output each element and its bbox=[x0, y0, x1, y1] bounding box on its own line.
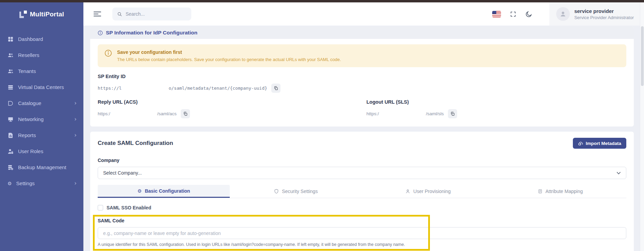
copy-button[interactable] bbox=[448, 109, 457, 118]
saml-sso-enabled-checkbox[interactable] bbox=[98, 205, 103, 210]
people-icon bbox=[7, 68, 14, 74]
server-icon bbox=[7, 84, 14, 90]
warning-title: Save your configuration first bbox=[117, 49, 341, 55]
sidebar-item-label: Reports bbox=[18, 132, 36, 138]
chevron-right-icon: › bbox=[74, 132, 77, 138]
scrollbar-thumb[interactable] bbox=[641, 26, 644, 86]
sidebar-item-label: Dashboard bbox=[18, 36, 43, 42]
sidebar-item-label: Networking bbox=[18, 116, 44, 122]
tab-attribute-mapping[interactable]: Attribute Mapping bbox=[494, 185, 626, 198]
sidebar-item-label: Settings bbox=[16, 180, 35, 186]
url-prefix: https:/ bbox=[367, 111, 379, 116]
avatar bbox=[556, 7, 570, 21]
sp-info-body: Save your configuration first The URLs b… bbox=[90, 39, 634, 127]
logout-url-value: https:/ /saml/sls bbox=[367, 109, 627, 118]
sidebar-item-user-roles[interactable]: User Roles bbox=[7, 143, 77, 159]
chevron-right-icon: › bbox=[74, 180, 77, 186]
copy-icon bbox=[183, 112, 188, 116]
warning-body: The URLs below contain placeholders. Sav… bbox=[117, 57, 341, 62]
sp-entity-id-value: https://l o/saml/metadata/tenant/{compan… bbox=[98, 84, 626, 93]
sidebar: MultiPortal Dashboard Resellers Tenants … bbox=[0, 2, 83, 251]
gear-icon bbox=[138, 188, 142, 194]
sidebar-item-resellers[interactable]: Resellers bbox=[7, 47, 77, 63]
sidebar-item-catalogue[interactable]: Catalogue › bbox=[7, 95, 77, 111]
multiportal-logo-icon bbox=[19, 11, 27, 18]
sidebar-item-dashboard[interactable]: Dashboard bbox=[7, 31, 77, 47]
app-logo[interactable]: MultiPortal bbox=[0, 2, 83, 26]
company-select[interactable]: Select Company... bbox=[98, 167, 626, 179]
saml-code-input[interactable] bbox=[98, 227, 626, 239]
topbar-actions: service provider Service Provider Admini… bbox=[492, 2, 644, 26]
sp-entity-id-label: SP Entity ID bbox=[98, 74, 626, 79]
tab-label: Attribute Mapping bbox=[546, 189, 583, 194]
sp-info-header: SP Information for IdP Configuration bbox=[90, 27, 634, 39]
logout-url-block: Logout URL (SLS) https:/ /saml/sls bbox=[367, 93, 627, 118]
window-top-strip bbox=[0, 0, 644, 2]
url-suffix: /saml/sls bbox=[426, 111, 444, 116]
gear-icon bbox=[7, 180, 12, 187]
language-flag-us-icon[interactable] bbox=[492, 11, 501, 17]
logout-url-label: Logout URL (SLS) bbox=[367, 99, 627, 105]
app-title: MultiPortal bbox=[30, 11, 64, 18]
chevron-down-icon bbox=[616, 172, 621, 175]
reply-url-label: Reply URL (ACS) bbox=[98, 99, 358, 105]
upload-cloud-icon bbox=[578, 141, 583, 146]
url-prefix: https://l bbox=[98, 86, 122, 91]
sidebar-item-label: User Roles bbox=[18, 148, 43, 154]
info-icon bbox=[98, 30, 103, 35]
url-suffix: o/saml/metadata/tenant/{company-uuid} bbox=[168, 86, 267, 91]
user-role: Service Provider Administrator bbox=[574, 15, 634, 20]
copy-icon bbox=[274, 86, 278, 90]
warning-info-icon bbox=[104, 49, 112, 57]
tab-label: Security Settings bbox=[282, 189, 318, 194]
copy-icon bbox=[450, 112, 455, 116]
import-metadata-button[interactable]: Import Metadata bbox=[573, 138, 626, 149]
report-icon bbox=[7, 132, 14, 138]
tab-basic-configuration[interactable]: Basic Configuration bbox=[98, 185, 230, 198]
warning-banner: Save your configuration first The URLs b… bbox=[98, 44, 626, 67]
sidebar-item-label: Catalogue bbox=[18, 100, 41, 106]
dark-mode-moon-icon[interactable] bbox=[525, 11, 532, 18]
shield-icon bbox=[274, 189, 279, 194]
reply-url-block: Reply URL (ACS) https:/ /saml/acs bbox=[98, 93, 358, 118]
search-icon bbox=[117, 12, 122, 17]
sidebar-item-virtual-data-centers[interactable]: Virtual Data Centers bbox=[7, 79, 77, 95]
saml-code-helper: A unique identifier for this SAML config… bbox=[98, 242, 626, 247]
saml-sso-enabled-label: SAML SSO Enabled bbox=[107, 205, 151, 210]
tab-label: Basic Configuration bbox=[145, 188, 190, 194]
url-suffix: /saml/acs bbox=[157, 111, 177, 116]
sidebar-item-reports[interactable]: Reports › bbox=[7, 127, 77, 143]
copy-button[interactable] bbox=[271, 84, 280, 93]
search-box bbox=[112, 8, 191, 20]
chevron-right-icon: › bbox=[74, 100, 77, 106]
company-label: Company bbox=[98, 158, 626, 163]
sp-info-title: SP Information for IdP Configuration bbox=[106, 30, 197, 36]
tab-label: User Provisioning bbox=[413, 189, 451, 194]
sidebar-nav: Dashboard Resellers Tenants Virtual Data… bbox=[0, 26, 83, 191]
sidebar-item-networking[interactable]: Networking › bbox=[7, 111, 77, 127]
sidebar-item-label: Backup Management bbox=[18, 164, 66, 170]
sidebar-item-settings[interactable]: Settings › bbox=[7, 175, 77, 191]
backup-server-icon bbox=[7, 164, 14, 171]
sidebar-item-backup-management[interactable]: Backup Management bbox=[7, 159, 77, 175]
people-icon bbox=[7, 52, 14, 58]
page-scrollbar[interactable] bbox=[640, 2, 644, 251]
saml-code-label: SAML Code bbox=[98, 218, 626, 223]
sidebar-item-label: Tenants bbox=[18, 68, 36, 74]
copy-button[interactable] bbox=[181, 109, 190, 118]
user-icon bbox=[405, 189, 410, 194]
sidebar-item-label: Virtual Data Centers bbox=[18, 84, 64, 90]
topbar: service provider Service Provider Admini… bbox=[83, 2, 644, 26]
company-select-value: Select Company... bbox=[103, 170, 142, 176]
chevron-right-icon: › bbox=[74, 116, 77, 122]
fullscreen-icon[interactable] bbox=[510, 11, 516, 17]
search-input[interactable] bbox=[126, 11, 183, 17]
tab-security-settings[interactable]: Security Settings bbox=[230, 185, 362, 198]
tab-user-provisioning[interactable]: User Provisioning bbox=[362, 185, 494, 198]
user-menu[interactable]: service provider Service Provider Admini… bbox=[549, 2, 644, 26]
main-content: SP Information for IdP Configuration Sav… bbox=[83, 26, 644, 251]
reply-url-value: https:/ /saml/acs bbox=[98, 109, 358, 118]
user-name: service provider bbox=[574, 8, 634, 14]
sidebar-item-tenants[interactable]: Tenants bbox=[7, 63, 77, 79]
menu-toggle-icon[interactable] bbox=[94, 11, 101, 17]
